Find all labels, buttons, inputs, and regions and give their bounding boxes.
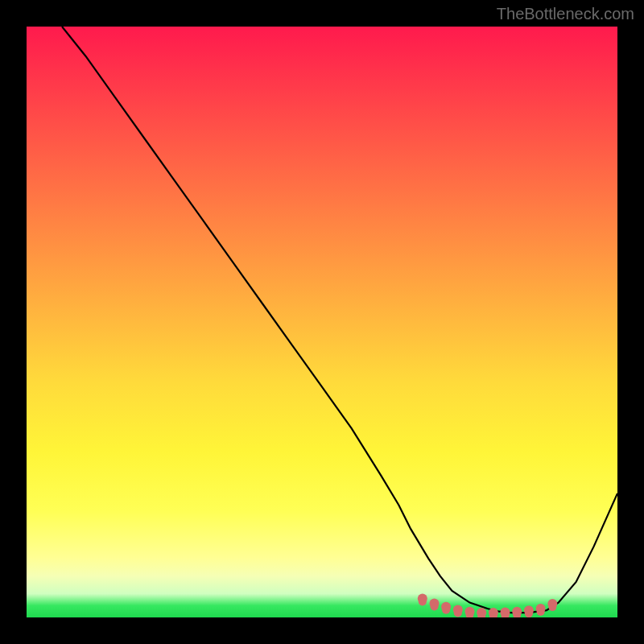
chart-svg <box>27 27 617 617</box>
plot-area <box>27 27 617 617</box>
optimal-marker <box>431 602 439 610</box>
optimal-marker <box>525 609 533 617</box>
optimal-marker <box>419 598 427 606</box>
bottleneck-curve <box>62 27 617 613</box>
watermark-text: TheBottleneck.com <box>497 5 634 23</box>
optimal-band-markers <box>418 594 558 618</box>
optimal-marker <box>454 609 462 617</box>
optimal-marker <box>548 603 556 611</box>
optimal-marker <box>442 606 450 614</box>
optimal-marker <box>537 608 545 616</box>
